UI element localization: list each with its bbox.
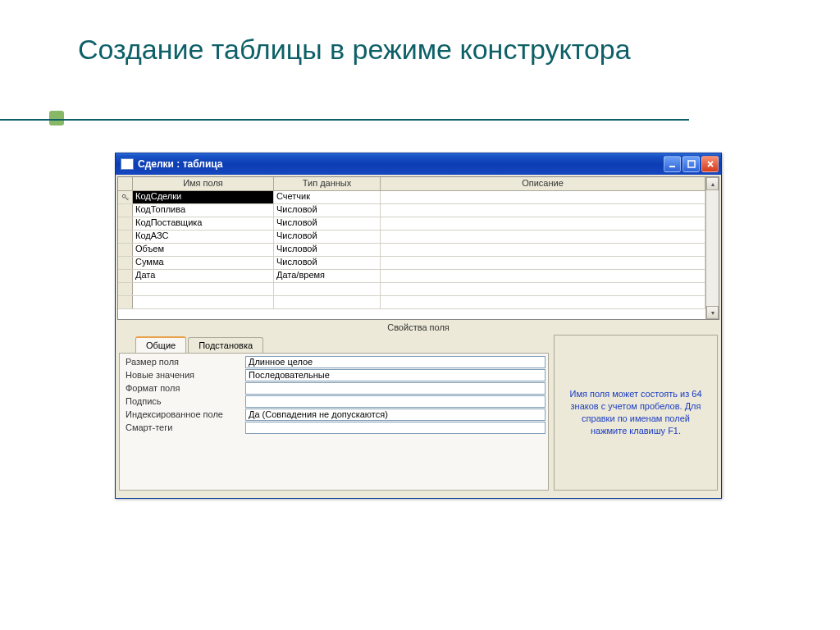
field-name-cell[interactable]: КодСделки: [133, 191, 274, 203]
slide-divider: [0, 119, 689, 121]
field-name-cell[interactable]: [133, 296, 274, 308]
tab-general[interactable]: Общие: [135, 336, 186, 353]
access-table-designer-window: Сделки : таблица Имя поля Тип данных Опи…: [115, 153, 722, 499]
property-value[interactable]: [245, 395, 546, 408]
properties-table: Размер поляДлинное целоеНовые значенияПо…: [119, 353, 549, 491]
field-desc-cell[interactable]: [381, 257, 705, 269]
field-desc-cell[interactable]: [381, 283, 705, 295]
property-label: Новые значения: [122, 369, 245, 382]
table-row[interactable]: КодАЗСЧисловой: [118, 231, 705, 244]
row-selector[interactable]: [118, 244, 133, 256]
property-row: Смарт-теги: [122, 422, 546, 435]
field-type-cell[interactable]: Числовой: [274, 217, 381, 230]
property-row: Формат поля: [122, 382, 546, 395]
table-row[interactable]: ОбъемЧисловой: [118, 244, 705, 257]
property-label: Размер поля: [122, 356, 245, 369]
field-name-cell[interactable]: КодАЗС: [133, 231, 274, 243]
field-name-cell[interactable]: Объем: [133, 244, 274, 256]
vertical-scrollbar[interactable]: ▴ ▾: [705, 177, 719, 319]
field-type-cell[interactable]: Числовой: [274, 231, 381, 243]
scroll-track[interactable]: [706, 190, 719, 306]
field-desc-cell[interactable]: [381, 231, 705, 243]
property-label: Подпись: [122, 395, 245, 409]
property-label: Формат поля: [122, 382, 245, 395]
properties-tabs: Общие Подстановка: [119, 335, 549, 353]
property-row: Новые значенияПоследовательные: [122, 369, 546, 382]
table-icon: [121, 158, 134, 170]
column-header-desc[interactable]: Описание: [381, 177, 705, 190]
field-type-cell[interactable]: Числовой: [274, 204, 381, 217]
table-row[interactable]: КодТопливаЧисловой: [118, 204, 705, 217]
field-desc-cell[interactable]: [381, 270, 705, 282]
table-row[interactable]: ДатаДата/время: [118, 270, 705, 283]
close-button[interactable]: [701, 156, 719, 172]
row-selector[interactable]: [118, 270, 133, 282]
grid-header: Имя поля Тип данных Описание: [118, 177, 705, 191]
row-selector[interactable]: [118, 283, 133, 295]
svg-rect-1: [688, 161, 695, 167]
table-row[interactable]: КодСделкиСчетчик: [118, 191, 705, 204]
column-header-name[interactable]: Имя поля: [133, 177, 274, 190]
property-value[interactable]: [245, 382, 546, 395]
field-desc-cell[interactable]: [381, 296, 705, 308]
row-selector[interactable]: [118, 204, 133, 217]
row-selector[interactable]: [118, 231, 133, 243]
property-value[interactable]: Последовательные: [245, 369, 546, 381]
row-selector[interactable]: [118, 257, 133, 269]
column-header-type[interactable]: Тип данных: [274, 177, 381, 190]
scroll-down-button[interactable]: ▾: [706, 306, 719, 319]
minimize-button[interactable]: [664, 156, 681, 172]
property-row: Размер поляДлинное целое: [122, 356, 546, 369]
property-value[interactable]: Длинное целое: [245, 356, 546, 368]
table-row[interactable]: КодПоставщикаЧисловой: [118, 217, 705, 231]
slide-title: Создание таблицы в режиме конструктора: [78, 33, 631, 66]
window-controls: [664, 156, 719, 172]
field-type-cell[interactable]: [274, 296, 381, 308]
slide-bullet: [49, 111, 64, 126]
row-selector[interactable]: [118, 217, 133, 230]
field-name-cell[interactable]: КодТоплива: [133, 204, 274, 217]
field-type-cell[interactable]: Счетчик: [274, 191, 381, 203]
field-name-cell[interactable]: [133, 283, 274, 295]
property-label: Индексированное поле: [122, 409, 245, 422]
maximize-button[interactable]: [682, 156, 700, 172]
help-text: Имя поля может состоять из 64 знаков с у…: [563, 388, 709, 436]
property-row: Подпись: [122, 395, 546, 409]
row-selector-header[interactable]: [118, 177, 133, 190]
window-title: Сделки : таблица: [138, 158, 664, 170]
table-row[interactable]: [118, 283, 705, 296]
field-properties-label: Свойства поля: [116, 320, 721, 335]
property-value[interactable]: Да (Совпадения не допускаются): [245, 409, 546, 421]
property-value[interactable]: [245, 422, 546, 434]
property-label: Смарт-теги: [122, 422, 245, 435]
field-desc-cell[interactable]: [381, 217, 705, 230]
table-row[interactable]: СуммаЧисловой: [118, 257, 705, 270]
table-row[interactable]: [118, 296, 705, 309]
help-panel: Имя поля может состоять из 64 знаков с у…: [554, 335, 718, 491]
field-type-cell[interactable]: Числовой: [274, 244, 381, 256]
row-selector[interactable]: [118, 191, 133, 203]
field-type-cell[interactable]: Числовой: [274, 257, 381, 269]
field-desc-cell[interactable]: [381, 204, 705, 217]
svg-rect-0: [669, 166, 675, 167]
field-name-cell[interactable]: КодПоставщика: [133, 217, 274, 230]
property-row: Индексированное полеДа (Совпадения не до…: [122, 409, 546, 422]
row-selector[interactable]: [118, 296, 133, 308]
field-properties-pane: Общие Подстановка Размер поляДлинное цел…: [119, 335, 718, 491]
field-desc-cell[interactable]: [381, 191, 705, 203]
field-desc-cell[interactable]: [381, 244, 705, 256]
field-type-cell[interactable]: Дата/время: [274, 270, 381, 282]
field-name-cell[interactable]: Дата: [133, 270, 274, 282]
field-name-cell[interactable]: Сумма: [133, 257, 274, 269]
primary-key-icon: [121, 194, 130, 202]
scroll-up-button[interactable]: ▴: [706, 177, 719, 190]
tab-lookup[interactable]: Подстановка: [188, 337, 263, 353]
fields-grid: Имя поля Тип данных Описание КодСделкиСч…: [117, 176, 719, 320]
field-type-cell[interactable]: [274, 283, 381, 295]
titlebar[interactable]: Сделки : таблица: [116, 153, 721, 175]
